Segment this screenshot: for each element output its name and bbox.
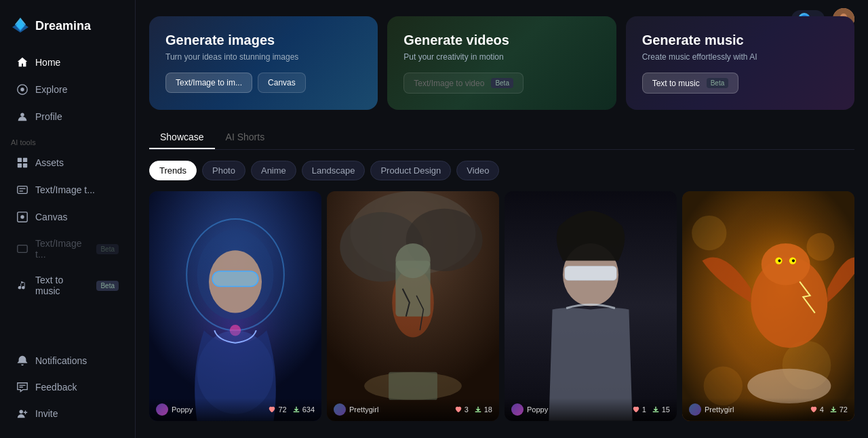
image-card-1-footer: Poppy 72 634 [149,398,321,421]
sidebar-home-label: Home [35,57,60,68]
images-card-subtitle: Turn your ideas into stunning images [165,52,361,62]
video-beta-badge: Beta [491,78,513,88]
music-icon [16,279,28,292]
music-card-buttons: Text to music Beta [642,73,838,94]
filter-landscape[interactable]: Landscape [302,161,366,180]
filter-video[interactable]: Video [456,161,499,180]
cyber-girl-image [149,191,321,421]
text-image-to-video-button[interactable]: Text/Image to video Beta [403,73,524,94]
user-avatar-sm-1 [156,403,168,416]
likes-count-2: 3 [465,405,469,414]
sidebar-text-image-label: Text/Image t... [35,184,95,195]
text-image-icon [16,184,28,196]
heart-icon-2 [454,405,462,414]
downloads-3: 15 [652,405,670,414]
user-avatar-sm-3 [511,403,524,416]
likes-count-1: 72 [278,405,286,414]
text-to-music-label: Text to music [652,79,700,88]
filter-photo[interactable]: Photo [202,161,245,180]
main-content: Generate images Turn your ideas into stu… [136,0,868,438]
svg-point-50 [762,243,810,285]
user-info-2: Prettygirl [334,403,378,416]
heart-icon-3 [632,405,640,414]
svg-rect-25 [212,271,258,287]
tab-showcase[interactable]: Showcase [149,126,215,149]
stats-2: 3 18 [454,405,492,414]
filter-trends[interactable]: Trends [149,161,197,180]
username-4: Prettygirl [705,405,734,414]
image-grid: Poppy 72 634 [149,191,854,421]
downloads-1: 634 [292,405,315,414]
text-to-music-button[interactable]: Text to music Beta [642,73,739,94]
svg-point-53 [778,260,781,262]
sidebar-profile-label: Profile [35,111,62,122]
sidebar-item-feedback[interactable]: Feedback [5,374,130,400]
svg-rect-11 [18,163,22,167]
tab-ai-shorts[interactable]: AI Shorts [215,126,276,149]
username-2: Prettygirl [349,405,378,414]
sidebar-item-invite[interactable]: Invite [5,401,130,426]
sidebar-feedback-label: Feedback [35,382,77,393]
feature-cards-section: Generate images Turn your ideas into stu… [149,11,854,110]
sidebar-item-canvas[interactable]: Canvas [5,204,130,230]
feature-card-videos: Generate videos Put your creativity in m… [387,16,616,110]
sidebar-notifications-label: Notifications [35,355,87,366]
svg-rect-38 [389,372,437,400]
sidebar-item-notifications[interactable]: Notifications [5,348,130,374]
image-card-3[interactable]: Poppy 1 15 [505,191,677,421]
sidebar-item-explore[interactable]: Explore [5,77,130,102]
user-avatar-sm-2 [334,403,346,416]
explore-icon [16,83,28,96]
image-card-2[interactable]: Prettygirl 3 18 [327,191,499,421]
svg-rect-12 [23,163,27,167]
showcase-tabs: Showcase AI Shorts [149,126,854,150]
beta-badge-2: Beta [96,281,119,291]
svg-point-17 [20,215,24,218]
filter-product-design[interactable]: Product Design [370,161,451,180]
svg-point-8 [20,113,24,117]
filter-anime[interactable]: Anime [251,161,296,180]
svg-point-19 [20,410,23,414]
text-image-to-image-button[interactable]: Text/Image to im... [165,73,252,93]
videos-card-subtitle: Put your creativity in motion [403,52,599,62]
image-card-4[interactable]: Prettygirl 4 72 [682,191,854,421]
profile-icon [16,111,28,123]
sidebar-item-home[interactable]: Home [5,49,130,75]
username-3: Poppy [527,405,548,414]
logo[interactable]: Dreamina [0,11,135,49]
heart-icon-1 [268,405,276,414]
sidebar-assets-label: Assets [35,157,64,168]
download-icon-4 [829,405,837,414]
text-image-beta-icon [16,243,28,255]
svg-point-45 [692,216,726,250]
download-icon-2 [474,405,482,414]
likes-4: 4 [810,405,824,414]
likes-count-3: 1 [642,405,646,414]
downloads-count-3: 15 [662,405,670,414]
sidebar-item-profile[interactable]: Profile [5,104,130,130]
sidebar-item-text-to-music[interactable]: Text to music Beta [5,268,130,303]
sidebar-item-text-image-beta[interactable]: Text/Image t... Beta [5,231,130,266]
user-info-4: Prettygirl [689,403,734,416]
canvas-button[interactable]: Canvas [258,73,306,93]
filter-pills: Trends Photo Anime Landscape Product Des… [149,161,854,180]
svg-point-54 [792,260,795,262]
feedback-icon [16,381,28,393]
sidebar-canvas-label: Canvas [35,212,67,222]
svg-point-46 [806,233,834,261]
svg-point-7 [20,87,24,91]
logo-icon [11,16,30,35]
images-card-title: Generate images [165,33,361,48]
heart-icon-4 [810,405,818,414]
sidebar-item-text-image[interactable]: Text/Image t... [5,177,130,203]
ai-tools-section-label: AI tools [0,130,135,149]
downloads-count-2: 18 [484,405,492,414]
text-image-to-video-label: Text/Image to video [414,79,484,88]
downloads-count-4: 72 [840,405,848,414]
image-card-1[interactable]: Poppy 72 634 [149,191,321,421]
sidebar-item-assets[interactable]: Assets [5,150,130,176]
sidebar-music-label: Text to music [35,275,87,296]
svg-rect-18 [18,245,27,253]
download-icon-1 [292,405,300,414]
image-card-4-footer: Prettygirl 4 72 [682,398,854,421]
